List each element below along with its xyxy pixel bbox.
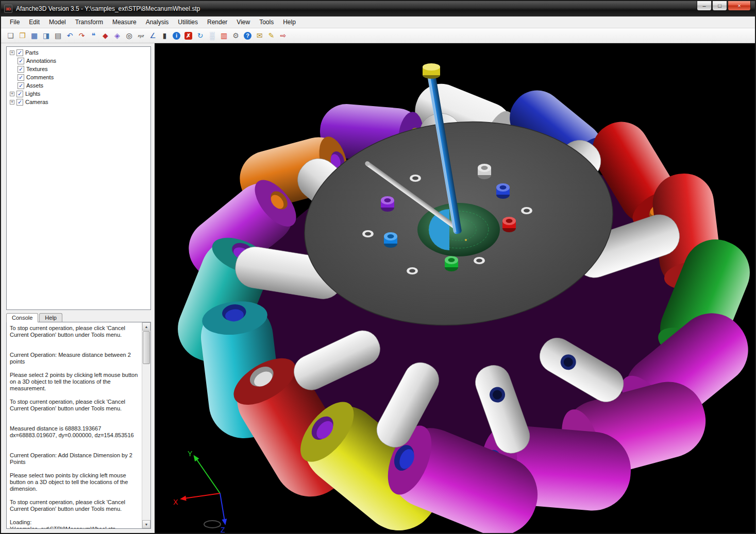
console-line [10,412,139,419]
console-line: Please select 2 points by clicking left … [10,372,139,392]
console-line [10,392,139,399]
menu-edit[interactable]: Edit [24,17,44,27]
tree-item-label: Annotations [26,58,56,64]
console-output[interactable]: To stop current operation, please click … [7,322,142,528]
tree-item-label: Comments [26,74,54,80]
svg-text:Y: Y [188,450,193,458]
tree-checkbox[interactable]: ✓ [16,91,23,97]
console-line: Please select two points by clicking lef… [10,472,139,492]
console-line: dx=68883.019607, dy=0.000000, dz=154.853… [10,432,139,439]
print-icon[interactable]: ▤ [53,30,63,41]
sidebar: +✓Parts✓Annotations✓Textures✓Comments✓As… [1,43,155,533]
menu-help[interactable]: Help [278,17,300,27]
menu-tools[interactable]: Tools [255,17,278,27]
scroll-up-button[interactable]: ▲ [142,322,150,331]
menu-bar: FileEditModelTransformMeasureAnalysisUti… [1,16,755,28]
console-scrollbar[interactable]: ▲ ▼ [142,322,150,528]
help-icon[interactable]: ? [242,30,253,41]
save-icon[interactable]: ▦ [29,30,40,41]
expander-icon[interactable]: + [10,92,14,96]
tree-checkbox[interactable]: ✓ [16,99,23,106]
maximize-button[interactable]: □ [712,1,727,11]
disk-bolt[interactable] [384,232,397,248]
tree-item-comments[interactable]: ✓Comments [7,73,150,81]
console-line [10,466,139,472]
panel-tabs: ConsoleHelp [6,313,63,322]
console-line [10,492,139,499]
menu-model[interactable]: Model [44,17,71,27]
menu-transform[interactable]: Transform [71,17,108,27]
menu-measure[interactable]: Measure [108,17,141,27]
disk-bolt[interactable] [445,256,458,271]
minimize-button[interactable]: – [697,1,712,11]
disk-bolt[interactable] [381,196,394,212]
expander-icon[interactable]: + [10,50,14,55]
tree-item-textures[interactable]: ✓Textures [7,65,150,73]
undo-icon[interactable]: ↶ [64,30,75,41]
new-file-icon[interactable]: ❏ [5,30,16,41]
measure-icon[interactable]: ∠ [147,30,158,41]
disk-bolt[interactable] [478,164,491,179]
tree-checkbox[interactable]: ✓ [18,82,24,89]
svg-text:X: X [173,498,178,506]
app-window: 3D Afanche3D Version 3.5 - Y:\samples_ex… [0,0,756,534]
tree-checkbox[interactable]: ✓ [16,49,23,56]
menu-render[interactable]: Render [203,17,232,27]
tab-console[interactable]: Console [6,313,38,322]
tab-help[interactable]: Help [39,313,62,322]
tree-item-label: Lights [25,91,40,97]
tree-item-label: Cameras [25,99,48,105]
disk-bolt[interactable] [496,183,510,199]
color-bars-icon[interactable]: ▥ [219,30,229,41]
console-line [10,445,139,452]
window-controls: – □ × [697,1,751,11]
redo-icon[interactable]: ↷ [76,30,87,41]
title-bar[interactable]: 3D Afanche3D Version 3.5 - Y:\samples_ex… [1,1,755,16]
tree-item-label: Assets [26,82,43,89]
search-icon[interactable]: ◎ [124,30,135,41]
settings-gear-icon[interactable]: ⚙ [230,30,241,41]
tree-item-assets[interactable]: ✓Assets [7,81,150,90]
snapshot-icon[interactable]: ◨ [41,30,52,41]
tree-checkbox[interactable]: ✓ [18,58,24,64]
tree-item-cameras[interactable]: +✓Cameras [7,98,150,106]
axle-cap [423,63,440,79]
hint-icon[interactable]: ✎ [266,30,277,41]
menu-analysis[interactable]: Analysis [141,17,174,27]
xyz-axes-icon[interactable]: xyz [136,30,146,41]
console-line [10,512,139,519]
close-button[interactable]: × [728,1,751,11]
floor-ring [204,521,221,528]
film-icon[interactable]: ▮ [159,30,170,41]
mail-icon[interactable]: ✉ [254,30,265,41]
tree-item-parts[interactable]: +✓Parts [7,48,150,57]
exit-icon[interactable]: ⇨ [278,30,289,41]
wheel-3d-model: YXZ [155,43,755,533]
refresh-icon[interactable]: ↻ [195,30,206,41]
tree-item-label: Textures [26,66,48,72]
render-3d-icon[interactable]: ◆ [100,30,111,41]
menu-utilities[interactable]: Utilities [173,17,203,27]
tree-checkbox[interactable]: ✓ [18,74,24,81]
expander-icon[interactable]: + [10,100,14,105]
cancel-icon[interactable]: ✗ [183,30,194,41]
info-icon[interactable]: i [171,30,182,41]
tree-item-lights[interactable]: +✓Lights [7,90,150,98]
comment-icon[interactable]: ❝ [88,30,99,41]
export-model-icon[interactable]: ◈ [112,30,123,41]
scroll-down-button[interactable]: ▼ [142,520,150,528]
tree-checkbox[interactable]: ✓ [18,66,24,73]
menu-view[interactable]: View [232,17,255,27]
scrollbar-thumb[interactable] [143,331,150,364]
console-line [10,338,139,345]
console-line: To stop current operation, please click … [10,499,139,512]
scene-tree[interactable]: +✓Parts✓Annotations✓Textures✓Comments✓As… [6,46,151,310]
tree-item-annotations[interactable]: ✓Annotations [7,57,150,65]
app-icon: 3D [4,5,12,13]
menu-file[interactable]: File [5,17,24,27]
viewport-3d[interactable]: YXZ [155,43,755,533]
point-grid-icon[interactable]: ░ [207,30,217,41]
disk-bolt[interactable] [502,217,516,232]
open-folder-icon[interactable]: ❐ [17,30,28,41]
console-line: Current Operation: Add Distance Dimensio… [10,452,139,466]
